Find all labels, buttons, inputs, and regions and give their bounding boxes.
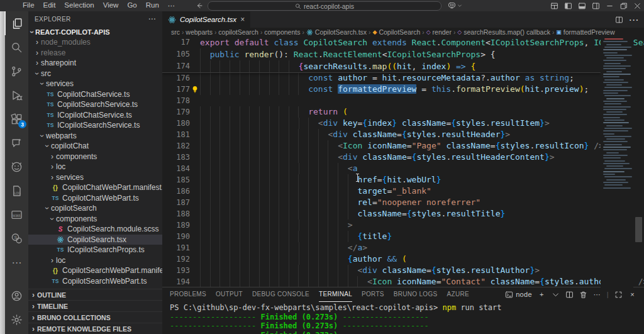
tree-item-node-modules[interactable]: ›node_modules [28, 37, 162, 48]
terminal-shell-selector[interactable]: node [505, 291, 532, 299]
tree-item-copilotchat[interactable]: ›copilotChat [28, 141, 162, 152]
code-line[interactable]: 105 public render(): React.ReactElement<… [162, 48, 601, 60]
activity-extensions[interactable]: 3 [5, 107, 28, 131]
tab-copilotsearch-tsx[interactable]: CopilotSearch.tsx × [162, 11, 250, 28]
breadcrumb-item[interactable]: ◇searchResults.map() callback [457, 28, 550, 36]
activity-more[interactable]: ⋯ [5, 250, 28, 274]
minimize-icon[interactable] [606, 2, 614, 10]
breadcrumb-item[interactable]: src [171, 28, 180, 36]
more-icon[interactable]: ⋯ [593, 291, 601, 299]
code-line[interactable]: 188 className={styles.resultTitle} [162, 208, 601, 220]
tree-item-copilotsearchwebpart-ts[interactable]: TSCopilotSearchWebPart.ts [28, 276, 162, 287]
code-line[interactable]: 174 {searchResults.map((hit, index) => { [162, 60, 601, 72]
minimap[interactable] [601, 36, 633, 287]
section-timeline[interactable]: ›TIMELINE [28, 300, 162, 311]
code-line[interactable]: 180 <div key={index} className={styles.r… [162, 118, 601, 129]
menu-selection[interactable]: Selection [60, 1, 98, 10]
chevron-down-icon[interactable] [552, 291, 560, 299]
code-line[interactable]: 17export default class CopilotSearch ext… [162, 36, 601, 48]
menu-go[interactable]: Go [123, 1, 141, 10]
panel-left-icon[interactable] [564, 2, 572, 10]
section-remote-knowledge-files[interactable]: ›REMOTE KNOWLEDGE FILES [28, 323, 162, 334]
code-line[interactable]: 193 <div className={styles.resultAuthor}… [162, 265, 601, 276]
tree-item-copilotsearch-module-scss[interactable]: SCopilotSearch.module.scss [28, 224, 162, 235]
tree-item-copilotsearch-tsx[interactable]: CopilotSearch.tsx [28, 235, 162, 245]
command-center-search[interactable]: react-copilot-apis [208, 1, 441, 11]
terminal-output[interactable]: PS C:\github\sp-dev-fx-webparts\samples\… [162, 301, 644, 334]
close-icon[interactable] [633, 2, 641, 10]
tree-item-copilotchatwebpart-manifest-json[interactable]: {}CopilotChatWebPart.manifest.json [28, 182, 162, 193]
split-icon[interactable] [565, 291, 574, 299]
tree-item-src[interactable]: ›src [28, 69, 162, 79]
tree-item-loc[interactable]: ›loc [28, 162, 162, 172]
panel-tab-debug-console[interactable]: DEBUG CONSOLE [252, 287, 309, 302]
panel-right-icon[interactable] [592, 2, 600, 10]
tree-item-copilotsearchservice-ts[interactable]: TSCopilotSearchService.ts [28, 99, 162, 110]
code-line[interactable]: 176 const author = hit.resourceMetadata?… [162, 72, 601, 84]
code-line[interactable]: 191 </a> [162, 242, 601, 253]
tree-item-services[interactable]: ›services [28, 172, 162, 183]
maximize-icon[interactable] [614, 291, 623, 299]
tree-item-icopilotsearchprops-ts[interactable]: TSICopilotSearchProps.ts [28, 245, 162, 255]
activity-m365-toolkit[interactable]: M365 [5, 203, 28, 226]
breadcrumb-item[interactable]: CopilotSearch.tsx [306, 28, 367, 36]
tree-item-components[interactable]: ›components [28, 152, 162, 162]
code-editor[interactable]: 17export default class CopilotSearch ext… [162, 36, 644, 287]
lightbulb-icon[interactable] [191, 86, 199, 93]
panel-tab-output[interactable]: OUTPUT [216, 287, 243, 302]
close-x-icon[interactable]: × [628, 291, 636, 299]
activity-source-control[interactable] [5, 59, 28, 83]
tree-item-components[interactable]: ›components [28, 214, 162, 225]
activity-bruno-logs[interactable]: LOG [5, 179, 28, 203]
menu-file[interactable]: File [18, 1, 39, 10]
editor-scrollbar[interactable] [633, 36, 644, 287]
panel-tab-ports[interactable]: PORTS [362, 287, 384, 302]
tree-item-loc[interactable]: ›loc [28, 255, 162, 266]
split-icon[interactable] [615, 16, 623, 24]
activity-run-and-debug[interactable] [5, 83, 28, 107]
section-bruno-collections[interactable]: ›BRUNO COLLECTIONS [28, 311, 162, 323]
code-line[interactable]: 192 {author && ( [162, 253, 601, 265]
code-line[interactable]: 177 const formattedPreview = this.format… [162, 84, 601, 95]
activity-explorer[interactable] [4, 11, 29, 35]
panel-bottom-icon[interactable] [578, 2, 586, 10]
code-line[interactable]: 184 <a [162, 163, 601, 174]
menu-view[interactable]: View [99, 1, 123, 10]
activity-sharepoint[interactable]: S [5, 226, 28, 250]
activity-bruno[interactable] [5, 155, 28, 179]
tree-item-sharepoint[interactable]: ›sharepoint [28, 58, 162, 69]
tree-item-copilotsearch[interactable]: ›copilotSearch [28, 203, 162, 214]
breadcrumb-item[interactable]: components [264, 28, 300, 36]
more-icon[interactable]: ⋯ [630, 16, 638, 24]
code-line[interactable]: 179 return ( [162, 106, 601, 118]
activity-copilot-chat[interactable] [5, 131, 28, 155]
activity-settings[interactable] [5, 308, 28, 331]
tree-item-release[interactable]: ›release [28, 48, 162, 58]
plus-icon[interactable]: + [538, 291, 546, 299]
code-line[interactable]: 183 <div className={styles.resultHeaderC… [162, 152, 601, 163]
code-line[interactable]: 185 href={hit.webUrl} [162, 174, 601, 186]
sidebar-more-icon[interactable]: ⋯ [148, 14, 156, 23]
breadcrumb-item[interactable]: webparts [186, 28, 213, 36]
tree-item-copilotsearchwebpart-manifest-json[interactable]: {}CopilotSearchWebPart.manifest.json [28, 265, 162, 276]
copilot-button[interactable] [448, 1, 462, 9]
code-line[interactable]: 194 <Icon iconName="Contact" className={… [162, 276, 601, 287]
code-line[interactable]: 190 {title} [162, 231, 601, 242]
activity-search[interactable] [5, 35, 28, 59]
panel-tab-terminal[interactable]: TERMINAL [319, 287, 352, 302]
tree-item-copilotchatservice-ts[interactable]: TSCopilotChatService.ts [28, 89, 162, 100]
breadcrumb-item[interactable]: ▣formattedPreview [556, 28, 614, 36]
tree-item-icopilotsearchservice-ts[interactable]: TSICopilotSearchService.ts [28, 120, 162, 131]
panel-tab-azure[interactable]: AZURE [447, 287, 469, 302]
section-outline[interactable]: ›OUTLINE [28, 289, 162, 300]
panel-tab-bruno-logs[interactable]: BRUNO LOGS [394, 287, 438, 302]
back-arrow-icon[interactable] [196, 2, 203, 9]
panel-tab-problems[interactable]: PROBLEMS [170, 287, 206, 302]
code-line[interactable]: 189 > [162, 220, 601, 231]
activity-accounts[interactable] [5, 284, 28, 308]
scrollbar-thumb[interactable] [635, 217, 642, 242]
menu-run[interactable]: Run [142, 1, 164, 10]
tab-close-icon[interactable]: × [240, 15, 245, 24]
trash-icon[interactable] [579, 291, 587, 299]
code-line[interactable]: 186 target="_blank" [162, 186, 601, 197]
